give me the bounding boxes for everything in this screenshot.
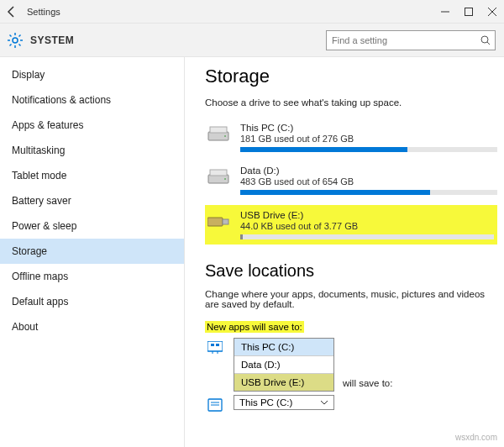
header-section-title: SYSTEM <box>30 34 326 46</box>
hdd-icon <box>205 124 232 145</box>
drive-subtitle: 181 GB used out of 276 GB <box>240 134 497 144</box>
drive-usage-bar <box>240 147 497 152</box>
sidebar-item-notifications[interactable]: Notifications & actions <box>0 87 185 113</box>
svg-point-2 <box>13 38 18 43</box>
drive-subtitle: 483 GB used out of 654 GB <box>240 176 497 187</box>
drive-name: Data (D:) <box>240 166 497 176</box>
drive-name: USB Drive (E:) <box>240 210 494 220</box>
svg-point-15 <box>224 135 226 137</box>
svg-line-10 <box>19 34 21 36</box>
drive-row-c[interactable]: This PC (C:) 181 GB used out of 276 GB <box>205 119 497 155</box>
new-apps-label: New apps will save to: <box>205 321 304 333</box>
watermark: wsxdn.com <box>455 433 497 442</box>
titlebar: Settings <box>0 0 504 24</box>
dropdown-option-this-pc[interactable]: This PC (C:) <box>234 339 333 355</box>
svg-line-8 <box>19 44 21 45</box>
new-apps-dropdown-open[interactable]: This PC (C:) Data (D:) USB Drive (E:) <box>234 338 334 392</box>
sidebar-item-offline-maps[interactable]: Offline maps <box>0 264 185 289</box>
sidebar-item-multitasking[interactable]: Multitasking <box>0 138 185 163</box>
content: Display Notifications & actions Apps & f… <box>0 57 504 447</box>
svg-line-7 <box>10 34 12 36</box>
svg-line-12 <box>487 42 490 45</box>
chevron-down-icon <box>320 400 328 405</box>
window-title: Settings <box>24 7 433 17</box>
drive-row-e[interactable]: USB Drive (E:) 44.0 KB used out of 3.77 … <box>205 205 497 245</box>
apps-icon <box>205 339 225 356</box>
svg-line-9 <box>10 44 12 45</box>
gear-icon <box>7 32 24 49</box>
sidebar-item-default-apps[interactable]: Default apps <box>0 289 185 314</box>
drive-subtitle: 44.0 KB used out of 3.77 GB <box>240 221 494 231</box>
close-button[interactable] <box>480 0 504 24</box>
search-input[interactable] <box>327 35 476 45</box>
sidebar-item-storage[interactable]: Storage <box>0 239 185 264</box>
page-title: Storage <box>205 66 497 87</box>
sidebar: Display Notifications & actions Apps & f… <box>0 57 185 447</box>
partial-save-label: will save to: <box>343 378 392 388</box>
dropdown-value: This PC (C:) <box>239 397 292 408</box>
svg-rect-1 <box>465 8 473 15</box>
save-locations-heading: Save locations <box>205 261 497 281</box>
new-apps-save-row: This PC (C:) Data (D:) USB Drive (E:) wi… <box>205 338 497 392</box>
maximize-button[interactable] <box>457 0 480 24</box>
svg-point-11 <box>481 36 488 43</box>
svg-point-18 <box>224 178 226 180</box>
sidebar-item-about[interactable]: About <box>0 314 185 339</box>
storage-description: Choose a drive to see what's taking up s… <box>205 97 497 108</box>
dropdown-option-usb-e[interactable]: USB Drive (E:) <box>234 373 333 391</box>
documents-icon <box>205 397 225 413</box>
search-box[interactable] <box>326 30 496 50</box>
sidebar-item-apps-features[interactable]: Apps & features <box>0 113 185 138</box>
svg-rect-20 <box>223 219 228 224</box>
save-dropdown-collapsed[interactable]: This PC (C:) <box>234 395 334 410</box>
drive-row-d[interactable]: Data (D:) 483 GB used out of 654 GB <box>205 162 497 198</box>
svg-rect-19 <box>207 218 223 226</box>
svg-rect-22 <box>211 344 214 346</box>
sidebar-item-tablet-mode[interactable]: Tablet mode <box>0 163 185 188</box>
sidebar-item-power-sleep[interactable]: Power & sleep <box>0 213 185 239</box>
sidebar-item-battery-saver[interactable]: Battery saver <box>0 188 185 213</box>
drive-usage-bar <box>240 234 494 239</box>
svg-rect-21 <box>207 341 223 351</box>
minimize-button[interactable] <box>433 0 457 24</box>
svg-rect-23 <box>216 344 219 346</box>
sidebar-item-display[interactable]: Display <box>0 62 185 87</box>
main-pane: Storage Choose a drive to see what's tak… <box>185 57 504 447</box>
back-button[interactable] <box>0 0 24 24</box>
dropdown-option-data-d[interactable]: Data (D:) <box>234 355 333 373</box>
hdd-icon <box>205 167 232 187</box>
save-locations-description: Change where your apps, documents, music… <box>205 289 497 309</box>
header: SYSTEM <box>0 24 504 57</box>
svg-rect-17 <box>210 170 227 176</box>
usb-icon <box>205 212 232 232</box>
search-icon[interactable] <box>476 35 495 45</box>
svg-rect-14 <box>210 127 227 133</box>
next-save-row: This PC (C:) <box>205 395 497 413</box>
drive-name: This PC (C:) <box>240 123 497 133</box>
drive-usage-bar <box>240 190 497 195</box>
